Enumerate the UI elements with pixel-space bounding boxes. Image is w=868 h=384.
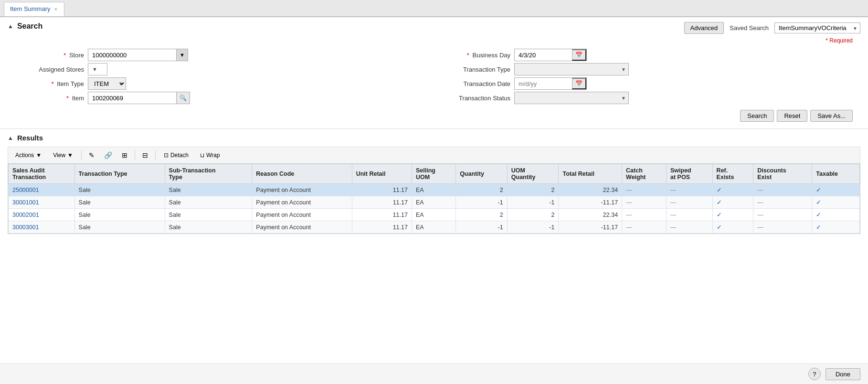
table-row[interactable]: 30003001SaleSalePayment on Account11.17E… [9, 221, 860, 234]
col-uom-quantity: UOMQuantity [507, 164, 559, 184]
business-day-input-group: 📅 [514, 49, 587, 61]
search-action-buttons: Search Reset Save As... [8, 105, 860, 124]
results-section: ▲ Results Actions ▼ View ▼ ✎ 🔗 ⊞ ⊟ [0, 129, 868, 363]
saved-search-label: Saved Search [730, 24, 769, 32]
transaction-type-label: Transaction Type [444, 66, 510, 73]
saved-search-wrapper: ItemSummaryVOCriteria [774, 22, 860, 33]
saved-search-select[interactable]: ItemSummaryVOCriteria [774, 22, 860, 33]
col-catch-weight: CatchWeight [622, 164, 667, 184]
search-title: Search [17, 22, 42, 31]
col-total-retail: Total Retail [559, 164, 622, 184]
results-header: ▲ Results [8, 134, 860, 142]
tab-item-summary[interactable]: Item Summary × [4, 2, 64, 16]
transaction-status-label: Transaction Status [444, 95, 510, 102]
item-label: * Item [17, 95, 84, 102]
store-label: * Store [17, 52, 84, 59]
store-row: * Store ▼ [17, 48, 424, 62]
bottom-bar: ? Done [0, 363, 868, 384]
col-sales-audit: Sales AuditTransaction [9, 164, 75, 184]
transaction-date-cal-btn[interactable]: 📅 [572, 78, 586, 89]
item-type-select[interactable]: ITEM [88, 77, 126, 90]
assigned-stores-label: Assigned Stores [17, 66, 84, 73]
item-type-label: * Item Type [17, 80, 84, 87]
tab-label: Item Summary [10, 5, 51, 12]
detach-icon: ⊡ [164, 152, 169, 159]
search-toggle[interactable]: ▲ [8, 23, 13, 30]
business-day-cal-btn[interactable]: 📅 [572, 49, 586, 61]
done-button[interactable]: Done [826, 368, 860, 380]
transaction-date-row: Transaction Date 📅 [444, 76, 851, 91]
copy-button[interactable]: ⊞ [118, 149, 131, 161]
help-button[interactable]: ? [808, 368, 821, 380]
transaction-date-input[interactable] [515, 79, 572, 89]
filter-button[interactable]: ⊟ [139, 149, 151, 161]
store-input[interactable] [88, 49, 176, 61]
transaction-date-label: Transaction Date [444, 80, 510, 87]
search-section: ▲ Search Advanced Saved Search ItemSumma… [0, 17, 868, 129]
copy-icon: ⊞ [122, 151, 127, 159]
transaction-type-wrapper [514, 63, 629, 75]
store-dropdown-btn[interactable]: ▼ [176, 49, 188, 61]
assigned-stores-row: Assigned Stores ▼ [17, 62, 424, 76]
view-button[interactable]: View ▼ [49, 150, 77, 160]
save-as-button[interactable]: Save As... [810, 110, 853, 122]
edit-button[interactable]: ✎ [85, 149, 98, 161]
toolbar-separator-1 [81, 150, 82, 160]
transaction-status-row: Transaction Status [444, 91, 851, 105]
required-text: * Required [826, 37, 853, 44]
table-row[interactable]: 30001001SaleSalePayment on Account11.17E… [9, 196, 860, 209]
item-type-wrapper: ITEM [88, 77, 126, 90]
transaction-status-select[interactable] [514, 92, 629, 104]
results-toggle[interactable]: ▲ [8, 135, 13, 141]
toolbar-separator-2 [135, 150, 135, 160]
transaction-status-wrapper [514, 92, 629, 104]
search-button[interactable]: Search [740, 110, 774, 122]
results-table: Sales AuditTransaction Transaction Type … [8, 164, 860, 234]
item-input-group: 🔍 [88, 92, 190, 104]
search-header: ▲ Search [8, 22, 42, 31]
item-search-icon[interactable]: 🔍 [176, 92, 190, 104]
transaction-type-row: Transaction Type [444, 62, 851, 76]
col-swiped-at-pos: Swipedat POS [667, 164, 713, 184]
business-day-input[interactable] [515, 50, 572, 60]
link-icon: 🔗 [104, 151, 112, 159]
reset-button[interactable]: Reset [777, 110, 807, 122]
actions-button[interactable]: Actions ▼ [11, 150, 46, 160]
table-header: Sales AuditTransaction Transaction Type … [9, 164, 860, 184]
col-unit-retail: Unit Retail [352, 164, 412, 184]
business-day-row: * Business Day 📅 [444, 48, 851, 62]
results-toolbar: Actions ▼ View ▼ ✎ 🔗 ⊞ ⊟ ⊡ Detach [8, 147, 860, 163]
table-row[interactable]: 25000001SaleSalePayment on Account11.17E… [9, 184, 860, 196]
link-button[interactable]: 🔗 [101, 149, 116, 161]
table-header-row: Sales AuditTransaction Transaction Type … [9, 164, 860, 184]
main-content: ▲ Search Advanced Saved Search ItemSumma… [0, 17, 868, 384]
results-title: Results [17, 134, 43, 142]
results-table-container: Sales AuditTransaction Transaction Type … [8, 163, 860, 234]
table-row[interactable]: 30002001SaleSalePayment on Account11.17E… [9, 209, 860, 221]
transaction-type-select[interactable] [514, 63, 629, 75]
filter-icon: ⊟ [142, 151, 148, 159]
store-input-group: ▼ [88, 49, 188, 61]
col-quantity: Quantity [456, 164, 508, 184]
item-input[interactable] [88, 92, 176, 104]
item-type-row: * Item Type ITEM [17, 76, 424, 91]
col-transaction-type: Transaction Type [74, 164, 165, 184]
assigned-stores-dropdown[interactable]: ▼ [88, 63, 107, 75]
col-ref-exists: Ref.Exists [712, 164, 753, 184]
actions-chevron-icon: ▼ [36, 152, 42, 159]
col-discounts-exist: DiscountsExist [753, 164, 812, 184]
view-chevron-icon: ▼ [67, 152, 73, 159]
advanced-button[interactable]: Advanced [684, 22, 724, 34]
close-icon[interactable]: × [54, 6, 57, 12]
col-selling-uom: SellingUOM [412, 164, 455, 184]
wrap-button[interactable]: ⊔ Wrap [196, 150, 224, 160]
detach-button[interactable]: ⊡ Detach [159, 150, 193, 160]
right-form-col: * Business Day 📅 Transaction Type [444, 48, 851, 105]
transaction-date-input-group: 📅 [514, 77, 587, 90]
wrap-icon: ⊔ [200, 152, 204, 159]
results-tbody: 25000001SaleSalePayment on Account11.17E… [9, 184, 860, 234]
search-form-grid: * Store ▼ Assigned Stores ▼ [8, 48, 860, 105]
col-sub-transaction-type: Sub-TransactionType [165, 164, 252, 184]
tab-bar: Item Summary × [0, 0, 868, 17]
col-taxable: Taxable [812, 164, 860, 184]
